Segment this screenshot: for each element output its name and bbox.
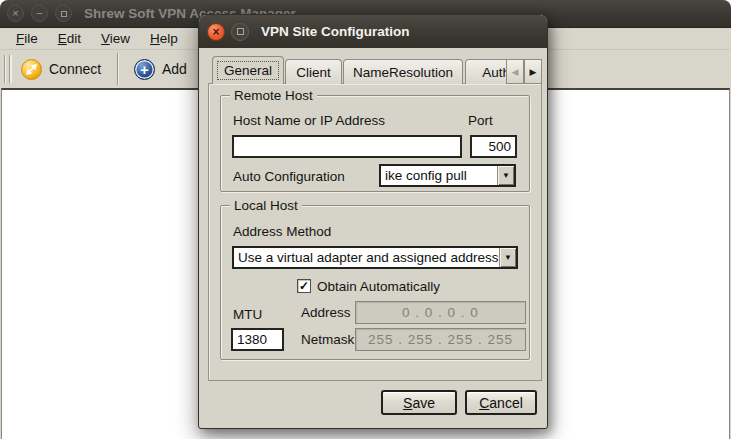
connect-button[interactable]: Connect bbox=[13, 52, 109, 86]
address-method-label: Address Method bbox=[233, 224, 331, 239]
maximize-icon[interactable] bbox=[55, 5, 72, 22]
tab-authentication-label: Authe bbox=[482, 65, 506, 80]
address-method-select[interactable]: Use a virtual adapter and assigned addre… bbox=[232, 246, 518, 269]
connect-label: Connect bbox=[49, 61, 101, 77]
add-button[interactable]: + Add bbox=[126, 52, 195, 86]
add-icon: + bbox=[134, 59, 155, 80]
port-label: Port bbox=[468, 113, 493, 128]
checkmark-icon: ✓ bbox=[299, 280, 309, 292]
dialog-titlebar: × VPN Site Configuration bbox=[199, 15, 547, 48]
tab-strip: General Client NameResolution Authe bbox=[211, 56, 506, 84]
menu-help[interactable]: Help bbox=[140, 29, 188, 48]
menu-file[interactable]: File bbox=[6, 29, 48, 48]
obtain-automatically-checkbox[interactable]: ✓ bbox=[297, 279, 311, 293]
tab-name-resolution-label: NameResolution bbox=[353, 65, 453, 80]
close-icon[interactable]: × bbox=[7, 5, 24, 22]
local-host-legend: Local Host bbox=[230, 198, 302, 213]
menu-edit[interactable]: Edit bbox=[48, 29, 91, 48]
tab-client-label: Client bbox=[296, 65, 331, 80]
dialog-maximize-icon[interactable] bbox=[231, 23, 249, 41]
remote-host-legend: Remote Host bbox=[230, 88, 317, 103]
address-input bbox=[355, 301, 526, 324]
save-button[interactable]: Save bbox=[381, 390, 457, 415]
dialog-title: VPN Site Configuration bbox=[261, 24, 410, 39]
tab-general-label: General bbox=[217, 61, 279, 80]
screen: × − Shrew Soft VPN Access Manager File E… bbox=[0, 0, 731, 439]
netmask-input bbox=[355, 328, 526, 351]
vpn-site-configuration-dialog: × VPN Site Configuration General Client … bbox=[198, 14, 548, 429]
tab-scroll-left-icon[interactable]: ◀ bbox=[506, 59, 524, 84]
toolbar-separator bbox=[117, 53, 118, 85]
host-name-input[interactable] bbox=[232, 135, 462, 158]
chevron-down-icon[interactable]: ▼ bbox=[499, 248, 516, 267]
tab-client[interactable]: Client bbox=[285, 59, 342, 84]
cancel-button[interactable]: Cancel bbox=[465, 390, 537, 415]
mtu-label: MTU bbox=[233, 307, 262, 322]
connect-icon bbox=[21, 59, 42, 80]
tab-name-resolution[interactable]: NameResolution bbox=[343, 59, 463, 84]
minimize-icon[interactable]: − bbox=[31, 5, 48, 22]
add-label: Add bbox=[162, 61, 187, 77]
dialog-close-icon[interactable]: × bbox=[207, 23, 225, 41]
tab-authentication[interactable]: Authe bbox=[465, 59, 506, 84]
address-method-value: Use a virtual adapter and assigned addre… bbox=[238, 250, 498, 265]
remote-host-group: Remote Host Host Name or IP Address Port… bbox=[220, 95, 530, 192]
maximize-glyph bbox=[61, 11, 67, 17]
port-input[interactable] bbox=[470, 135, 517, 158]
netmask-label: Netmask bbox=[301, 332, 350, 347]
auto-configuration-value: ike config pull bbox=[385, 168, 467, 183]
connect-arrows-glyph bbox=[25, 63, 38, 76]
mtu-input[interactable] bbox=[231, 328, 284, 351]
menu-view[interactable]: View bbox=[91, 29, 140, 48]
auto-configuration-label: Auto Configuration bbox=[233, 169, 345, 184]
local-host-group: Local Host Address Method Use a virtual … bbox=[220, 205, 530, 360]
address-label: Address bbox=[301, 305, 350, 320]
chevron-down-icon[interactable]: ▼ bbox=[497, 166, 514, 185]
obtain-automatically-label: Obtain Automatically bbox=[317, 279, 440, 294]
tab-scroll-right-icon[interactable]: ▶ bbox=[524, 59, 542, 84]
auto-configuration-select[interactable]: ike config pull ▼ bbox=[379, 164, 516, 187]
dialog-maximize-glyph bbox=[237, 28, 244, 35]
tab-general[interactable]: General bbox=[212, 56, 284, 84]
toolbar-gripper[interactable] bbox=[4, 55, 10, 83]
host-name-label: Host Name or IP Address bbox=[233, 113, 385, 128]
